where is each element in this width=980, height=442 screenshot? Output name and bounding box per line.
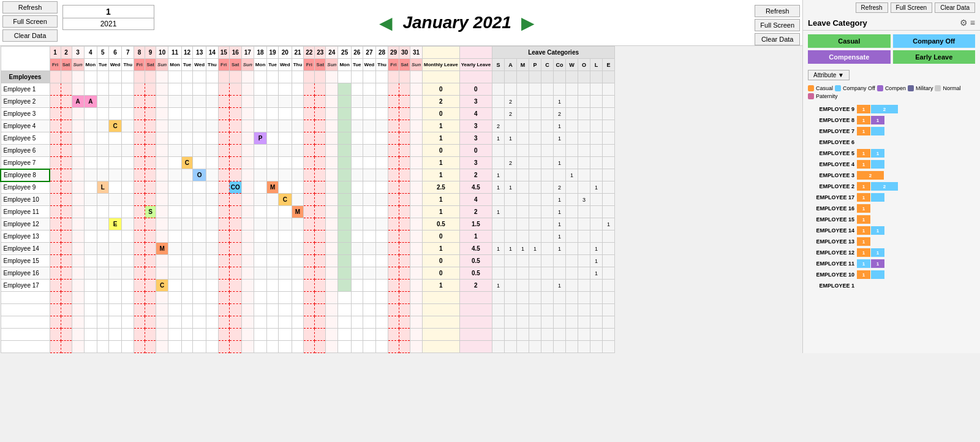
cell-emp1-day26[interactable]	[351, 96, 363, 108]
cell-emp12-day23[interactable]	[315, 231, 326, 243]
cell-emp2-day12[interactable]	[181, 108, 193, 120]
cell-emp16-day26[interactable]	[351, 280, 363, 292]
cell-emp10-day23[interactable]	[315, 206, 326, 218]
cell-emp6-day8[interactable]	[134, 157, 145, 169]
cell-emp1-day19[interactable]	[267, 96, 279, 108]
cell-emp5-day16[interactable]	[229, 145, 241, 157]
cell-emp4-day18[interactable]: P	[254, 132, 266, 145]
cell-emp9-day11[interactable]	[168, 194, 181, 206]
cell-emp0-day8[interactable]	[134, 83, 145, 96]
cell-emp0-day28[interactable]	[376, 83, 388, 96]
cell-emp2-day30[interactable]	[399, 108, 410, 120]
cell-emp11-day9[interactable]	[145, 218, 156, 231]
cell-emp2-day5[interactable]	[97, 108, 109, 120]
cell-emp14-day27[interactable]	[363, 255, 376, 267]
cell-emp12-day25[interactable]	[338, 231, 351, 243]
cell-emp6-day12[interactable]: C	[181, 157, 193, 169]
cell-emp6-day20[interactable]	[278, 157, 292, 169]
cell-emp13-day9[interactable]	[145, 243, 156, 255]
cell-emp10-day13[interactable]	[193, 206, 206, 218]
cell-emp4-day25[interactable]	[338, 132, 351, 145]
cell-emp3-day25[interactable]	[338, 120, 351, 132]
cell-emp10-day6[interactable]	[108, 206, 122, 218]
cell-emp4-day23[interactable]	[315, 132, 326, 145]
cell-emp15-day22[interactable]	[304, 267, 315, 280]
cell-emp6-day29[interactable]	[388, 157, 399, 169]
cell-emp1-day8[interactable]	[134, 96, 145, 108]
cell-emp8-day29[interactable]	[388, 181, 399, 194]
cell-emp10-day12[interactable]	[181, 206, 193, 218]
cell-emp2-day19[interactable]	[267, 108, 279, 120]
cell-emp5-day19[interactable]	[267, 145, 279, 157]
cell-emp13-day4[interactable]	[84, 243, 97, 255]
cell-emp9-day20[interactable]: C	[278, 194, 292, 206]
cell-emp1-day15[interactable]	[218, 96, 229, 108]
cell-emp5-day3[interactable]	[72, 145, 84, 157]
cell-emp13-day29[interactable]	[388, 243, 399, 255]
cell-emp8-day1[interactable]	[50, 181, 61, 194]
cell-emp12-day7[interactable]	[122, 231, 134, 243]
cell-emp16-day13[interactable]	[193, 280, 206, 292]
cell-emp5-day1[interactable]	[50, 145, 61, 157]
cell-emp14-day20[interactable]	[278, 255, 292, 267]
cell-emp1-day23[interactable]	[315, 96, 326, 108]
cell-emp3-day18[interactable]	[254, 120, 266, 132]
cell-emp0-day14[interactable]	[206, 83, 219, 96]
cell-emp7-day16[interactable]	[229, 169, 241, 181]
cell-emp2-day3[interactable]	[72, 108, 84, 120]
cell-emp11-day26[interactable]	[351, 218, 363, 231]
cell-emp16-day20[interactable]	[278, 280, 292, 292]
cell-emp16-day17[interactable]	[241, 280, 254, 292]
cell-emp11-day17[interactable]	[241, 218, 254, 231]
cell-emp10-day30[interactable]	[399, 206, 410, 218]
cell-emp9-day15[interactable]	[218, 194, 229, 206]
cell-emp6-day10[interactable]	[156, 157, 168, 169]
cell-emp3-day10[interactable]	[156, 120, 168, 132]
cell-emp1-day6[interactable]	[108, 96, 122, 108]
cell-emp8-day5[interactable]: L	[97, 181, 109, 194]
cell-emp7-day22[interactable]	[304, 169, 315, 181]
cell-emp2-day2[interactable]	[61, 108, 72, 120]
cell-emp10-day29[interactable]	[388, 206, 399, 218]
cell-emp13-day14[interactable]	[206, 243, 219, 255]
cell-emp15-day15[interactable]	[218, 267, 229, 280]
cell-emp7-day3[interactable]	[72, 169, 84, 181]
cell-emp4-day11[interactable]	[168, 132, 181, 145]
cell-emp15-day24[interactable]	[326, 267, 338, 280]
cell-emp0-day27[interactable]	[363, 83, 376, 96]
cell-emp4-day17[interactable]	[241, 132, 254, 145]
cell-emp12-day29[interactable]	[388, 231, 399, 243]
cell-emp2-day22[interactable]	[304, 108, 315, 120]
cell-emp16-day1[interactable]	[50, 280, 61, 292]
cell-emp16-day11[interactable]	[168, 280, 181, 292]
calendar-scroll[interactable]: 1234567891011121314151617181920212223242…	[0, 46, 802, 353]
cell-emp15-day31[interactable]	[410, 267, 422, 280]
cell-emp0-day11[interactable]	[168, 83, 181, 96]
cell-emp7-day8[interactable]	[134, 169, 145, 181]
cell-emp15-day11[interactable]	[168, 267, 181, 280]
cell-emp9-day25[interactable]	[338, 194, 351, 206]
cell-emp13-day23[interactable]	[315, 243, 326, 255]
cell-emp10-day24[interactable]	[326, 206, 338, 218]
cell-emp10-day4[interactable]	[84, 206, 97, 218]
cell-emp5-day25[interactable]	[338, 145, 351, 157]
cell-emp9-day19[interactable]	[267, 194, 279, 206]
cell-emp14-day13[interactable]	[193, 255, 206, 267]
cell-emp9-day23[interactable]	[315, 194, 326, 206]
cell-emp2-day27[interactable]	[363, 108, 376, 120]
cell-emp10-day31[interactable]	[410, 206, 422, 218]
employee-name-2[interactable]: Employee 3	[1, 108, 50, 120]
cell-emp13-day10[interactable]: M	[156, 243, 168, 255]
prev-month-button[interactable]: ◀	[379, 13, 393, 33]
cell-emp1-day22[interactable]	[304, 96, 315, 108]
cell-emp13-day7[interactable]	[122, 243, 134, 255]
cell-emp4-day7[interactable]	[122, 132, 134, 145]
cell-emp3-day26[interactable]	[351, 120, 363, 132]
cell-emp0-day31[interactable]	[410, 83, 422, 96]
cell-emp10-day5[interactable]	[97, 206, 109, 218]
cell-emp2-day16[interactable]	[229, 108, 241, 120]
cell-emp7-day21[interactable]	[292, 169, 304, 181]
cell-emp10-day14[interactable]	[206, 206, 219, 218]
cell-emp11-day2[interactable]	[61, 218, 72, 231]
cell-emp13-day20[interactable]	[278, 243, 292, 255]
